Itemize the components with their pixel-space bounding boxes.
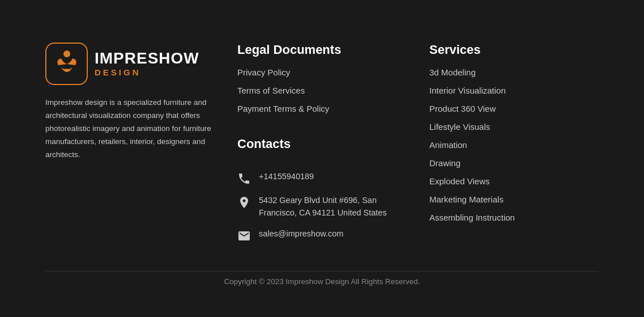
logo-design: DESIGN	[95, 67, 199, 77]
company-description: Impreshow design is a specialized furnit…	[45, 96, 215, 162]
service-3d-modeling[interactable]: 3d Modeling	[429, 67, 476, 77]
legal-link-item[interactable]: Payment Terms & Policy	[237, 104, 407, 114]
email-contact: sales@impreshow.com	[237, 228, 407, 243]
service-item[interactable]: Drawing	[429, 158, 599, 168]
service-item[interactable]: Assembling Instruction	[429, 213, 599, 223]
service-item[interactable]: Product 360 View	[429, 104, 599, 114]
logo-impreshow: IMPRESHOW	[95, 50, 199, 67]
contacts-section: Contacts +14155940189 5432 Geary Blvd Un…	[237, 137, 407, 243]
service-animation[interactable]: Animation	[429, 140, 467, 150]
logo-text: IMPRESHOW DESIGN	[95, 50, 199, 77]
email-icon	[237, 229, 251, 243]
service-marketing-materials[interactable]: Marketing Materials	[429, 195, 504, 204]
services-section: Services 3d Modeling Interior Visualizat…	[429, 43, 599, 243]
service-product-360[interactable]: Product 360 View	[429, 104, 496, 113]
phone-contact: +14155940189	[237, 171, 407, 185]
service-assembling-instruction[interactable]: Assembling Instruction	[429, 213, 515, 222]
address-contact: 5432 Geary Blvd Unit #696, San Francisco…	[237, 195, 407, 219]
service-item[interactable]: Marketing Materials	[429, 195, 599, 205]
service-item[interactable]: Animation	[429, 140, 599, 150]
services-title: Services	[429, 43, 599, 57]
service-item[interactable]: 3d Modeling	[429, 67, 599, 78]
service-exploded-views[interactable]: Exploded Views	[429, 176, 489, 186]
logo-icon	[45, 43, 88, 85]
legal-link-item[interactable]: Terms of Services	[237, 86, 407, 96]
phone-number: +14155940189	[259, 171, 314, 183]
legal-title: Legal Documents	[237, 43, 407, 57]
contacts-title: Contacts	[237, 137, 407, 151]
middle-column: Legal Documents Privacy Policy Terms of …	[237, 43, 407, 243]
svg-point-0	[63, 50, 70, 57]
legal-section: Legal Documents Privacy Policy Terms of …	[237, 43, 407, 114]
service-drawing[interactable]: Drawing	[429, 158, 460, 168]
copyright-text: Copyright © 2023 Impreshow Design All Ri…	[224, 277, 420, 286]
terms-of-services-link[interactable]: Terms of Services	[237, 86, 305, 95]
legal-link-item[interactable]: Privacy Policy	[237, 67, 407, 78]
service-item[interactable]: Lifestyle Visuals	[429, 122, 599, 132]
email-address: sales@impreshow.com	[259, 228, 343, 240]
logo-section: IMPRESHOW DESIGN Impreshow design is a s…	[45, 43, 215, 243]
address-text: 5432 Geary Blvd Unit #696, San Francisco…	[259, 195, 407, 219]
legal-links: Privacy Policy Terms of Services Payment…	[237, 67, 407, 114]
logo-wrapper: IMPRESHOW DESIGN	[45, 43, 215, 85]
payment-terms-link[interactable]: Payment Terms & Policy	[237, 104, 329, 113]
location-icon	[237, 196, 251, 209]
services-list: 3d Modeling Interior Visualization Produ…	[429, 67, 599, 223]
service-lifestyle-visuals[interactable]: Lifestyle Visuals	[429, 122, 490, 132]
footer-copyright: Copyright © 2023 Impreshow Design All Ri…	[45, 271, 599, 286]
phone-icon	[237, 172, 251, 185]
privacy-policy-link[interactable]: Privacy Policy	[237, 67, 290, 77]
service-item[interactable]: Interior Visualization	[429, 86, 599, 96]
service-interior-visualization[interactable]: Interior Visualization	[429, 86, 506, 95]
service-item[interactable]: Exploded Views	[429, 176, 599, 187]
